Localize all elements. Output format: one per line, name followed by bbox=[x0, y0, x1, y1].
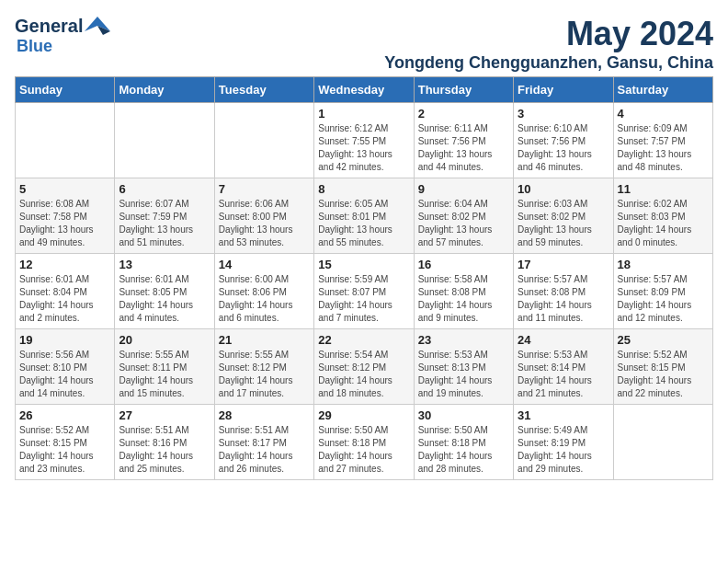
day-number: 25 bbox=[618, 333, 709, 347]
calendar-day-14: 14Sunrise: 6:00 AM Sunset: 8:06 PM Dayli… bbox=[214, 254, 313, 329]
calendar-empty-cell bbox=[613, 405, 712, 480]
day-number: 11 bbox=[618, 182, 709, 196]
calendar-day-16: 16Sunrise: 5:58 AM Sunset: 8:08 PM Dayli… bbox=[414, 254, 513, 329]
weekday-header-thursday: Thursday bbox=[414, 77, 513, 103]
calendar-day-2: 2Sunrise: 6:11 AM Sunset: 7:56 PM Daylig… bbox=[414, 103, 513, 178]
logo-bird-icon bbox=[85, 15, 110, 37]
calendar-day-29: 29Sunrise: 5:50 AM Sunset: 8:18 PM Dayli… bbox=[314, 405, 414, 480]
calendar-day-27: 27Sunrise: 5:51 AM Sunset: 8:16 PM Dayli… bbox=[115, 405, 214, 480]
day-number: 26 bbox=[19, 408, 110, 422]
calendar-day-31: 31Sunrise: 5:49 AM Sunset: 8:19 PM Dayli… bbox=[514, 405, 613, 480]
day-number: 22 bbox=[318, 333, 409, 347]
day-info: Sunrise: 5:56 AM Sunset: 8:10 PM Dayligh… bbox=[19, 349, 110, 400]
calendar-week-row: 5Sunrise: 6:08 AM Sunset: 7:58 PM Daylig… bbox=[16, 178, 713, 254]
day-info: Sunrise: 6:03 AM Sunset: 8:02 PM Dayligh… bbox=[518, 198, 609, 249]
day-number: 2 bbox=[418, 107, 509, 121]
day-number: 27 bbox=[119, 408, 210, 422]
calendar-day-6: 6Sunrise: 6:07 AM Sunset: 7:59 PM Daylig… bbox=[115, 178, 214, 254]
day-info: Sunrise: 5:52 AM Sunset: 8:15 PM Dayligh… bbox=[618, 349, 709, 400]
calendar-day-24: 24Sunrise: 5:53 AM Sunset: 8:14 PM Dayli… bbox=[514, 329, 613, 405]
page-subtitle: Yongdeng Chengguanzhen, Gansu, China bbox=[384, 53, 713, 73]
day-info: Sunrise: 5:52 AM Sunset: 8:15 PM Dayligh… bbox=[19, 424, 110, 476]
calendar-day-12: 12Sunrise: 6:01 AM Sunset: 8:04 PM Dayli… bbox=[16, 254, 115, 329]
day-number: 24 bbox=[518, 333, 609, 347]
calendar-day-20: 20Sunrise: 5:55 AM Sunset: 8:11 PM Dayli… bbox=[115, 329, 214, 405]
calendar-day-11: 11Sunrise: 6:02 AM Sunset: 8:03 PM Dayli… bbox=[613, 178, 712, 254]
day-number: 8 bbox=[318, 182, 409, 196]
day-info: Sunrise: 5:53 AM Sunset: 8:13 PM Dayligh… bbox=[418, 349, 509, 400]
calendar-day-1: 1Sunrise: 6:12 AM Sunset: 7:55 PM Daylig… bbox=[314, 103, 414, 178]
calendar-day-26: 26Sunrise: 5:52 AM Sunset: 8:15 PM Dayli… bbox=[16, 405, 115, 480]
day-number: 9 bbox=[418, 182, 509, 196]
day-number: 4 bbox=[618, 107, 709, 121]
logo-general: General bbox=[15, 16, 83, 37]
weekday-header-tuesday: Tuesday bbox=[214, 77, 313, 103]
calendar-week-row: 12Sunrise: 6:01 AM Sunset: 8:04 PM Dayli… bbox=[16, 254, 713, 329]
calendar-day-7: 7Sunrise: 6:06 AM Sunset: 8:00 PM Daylig… bbox=[214, 178, 313, 254]
title-area: May 2024 Yongdeng Chengguanzhen, Gansu, … bbox=[384, 15, 713, 73]
day-number: 7 bbox=[219, 182, 310, 196]
day-number: 29 bbox=[318, 408, 409, 422]
calendar-day-25: 25Sunrise: 5:52 AM Sunset: 8:15 PM Dayli… bbox=[613, 329, 712, 405]
calendar-day-4: 4Sunrise: 6:09 AM Sunset: 7:57 PM Daylig… bbox=[613, 103, 712, 178]
weekday-header-monday: Monday bbox=[115, 77, 214, 103]
header: General Blue May 2024 Yongdeng Chengguan… bbox=[15, 15, 713, 73]
logo-blue: Blue bbox=[17, 37, 52, 56]
calendar-day-10: 10Sunrise: 6:03 AM Sunset: 8:02 PM Dayli… bbox=[514, 178, 613, 254]
day-number: 13 bbox=[119, 258, 210, 271]
calendar-day-19: 19Sunrise: 5:56 AM Sunset: 8:10 PM Dayli… bbox=[16, 329, 115, 405]
weekday-header-sunday: Sunday bbox=[16, 77, 115, 103]
calendar-day-3: 3Sunrise: 6:10 AM Sunset: 7:56 PM Daylig… bbox=[514, 103, 613, 178]
day-info: Sunrise: 5:55 AM Sunset: 8:12 PM Dayligh… bbox=[219, 349, 310, 400]
day-info: Sunrise: 6:09 AM Sunset: 7:57 PM Dayligh… bbox=[618, 122, 709, 174]
day-number: 23 bbox=[418, 333, 509, 347]
day-number: 12 bbox=[19, 258, 110, 271]
day-number: 10 bbox=[518, 182, 609, 196]
day-number: 15 bbox=[318, 258, 409, 271]
day-info: Sunrise: 5:50 AM Sunset: 8:18 PM Dayligh… bbox=[318, 424, 409, 476]
calendar-week-row: 19Sunrise: 5:56 AM Sunset: 8:10 PM Dayli… bbox=[16, 329, 713, 405]
day-info: Sunrise: 6:11 AM Sunset: 7:56 PM Dayligh… bbox=[418, 122, 509, 174]
day-info: Sunrise: 5:53 AM Sunset: 8:14 PM Dayligh… bbox=[518, 349, 609, 400]
day-info: Sunrise: 6:06 AM Sunset: 8:00 PM Dayligh… bbox=[219, 198, 310, 249]
weekday-header-saturday: Saturday bbox=[613, 77, 712, 103]
day-number: 31 bbox=[518, 408, 609, 422]
day-number: 14 bbox=[219, 258, 310, 271]
calendar-empty-cell bbox=[214, 103, 313, 178]
weekday-header-wednesday: Wednesday bbox=[314, 77, 414, 103]
day-info: Sunrise: 6:00 AM Sunset: 8:06 PM Dayligh… bbox=[219, 273, 310, 325]
calendar-day-30: 30Sunrise: 5:50 AM Sunset: 8:18 PM Dayli… bbox=[414, 405, 513, 480]
day-number: 16 bbox=[418, 258, 509, 271]
calendar-empty-cell bbox=[115, 103, 214, 178]
calendar-day-22: 22Sunrise: 5:54 AM Sunset: 8:12 PM Dayli… bbox=[314, 329, 414, 405]
weekday-header-row: SundayMondayTuesdayWednesdayThursdayFrid… bbox=[16, 77, 713, 103]
logo: General Blue bbox=[15, 15, 110, 56]
day-info: Sunrise: 6:04 AM Sunset: 8:02 PM Dayligh… bbox=[418, 198, 509, 249]
calendar-day-9: 9Sunrise: 6:04 AM Sunset: 8:02 PM Daylig… bbox=[414, 178, 513, 254]
calendar-day-18: 18Sunrise: 5:57 AM Sunset: 8:09 PM Dayli… bbox=[613, 254, 712, 329]
day-number: 28 bbox=[219, 408, 310, 422]
day-number: 19 bbox=[19, 333, 110, 347]
day-number: 5 bbox=[19, 182, 110, 196]
day-number: 3 bbox=[518, 107, 609, 121]
day-info: Sunrise: 5:50 AM Sunset: 8:18 PM Dayligh… bbox=[418, 424, 509, 476]
weekday-header-friday: Friday bbox=[514, 77, 613, 103]
day-info: Sunrise: 6:02 AM Sunset: 8:03 PM Dayligh… bbox=[618, 198, 709, 249]
day-info: Sunrise: 5:58 AM Sunset: 8:08 PM Dayligh… bbox=[418, 273, 509, 325]
day-info: Sunrise: 6:05 AM Sunset: 8:01 PM Dayligh… bbox=[318, 198, 409, 249]
calendar-day-5: 5Sunrise: 6:08 AM Sunset: 7:58 PM Daylig… bbox=[16, 178, 115, 254]
day-info: Sunrise: 5:51 AM Sunset: 8:17 PM Dayligh… bbox=[219, 424, 310, 476]
calendar-day-15: 15Sunrise: 5:59 AM Sunset: 8:07 PM Dayli… bbox=[314, 254, 414, 329]
day-info: Sunrise: 5:57 AM Sunset: 8:08 PM Dayligh… bbox=[518, 273, 609, 325]
calendar-empty-cell bbox=[16, 103, 115, 178]
day-info: Sunrise: 6:12 AM Sunset: 7:55 PM Dayligh… bbox=[318, 122, 409, 174]
day-info: Sunrise: 5:59 AM Sunset: 8:07 PM Dayligh… bbox=[318, 273, 409, 325]
day-info: Sunrise: 6:01 AM Sunset: 8:04 PM Dayligh… bbox=[19, 273, 110, 325]
day-number: 1 bbox=[318, 107, 409, 121]
day-info: Sunrise: 5:51 AM Sunset: 8:16 PM Dayligh… bbox=[119, 424, 210, 476]
day-info: Sunrise: 5:57 AM Sunset: 8:09 PM Dayligh… bbox=[618, 273, 709, 325]
day-number: 17 bbox=[518, 258, 609, 271]
day-info: Sunrise: 6:10 AM Sunset: 7:56 PM Dayligh… bbox=[518, 122, 609, 174]
calendar-table: SundayMondayTuesdayWednesdayThursdayFrid… bbox=[15, 76, 713, 480]
day-number: 20 bbox=[119, 333, 210, 347]
